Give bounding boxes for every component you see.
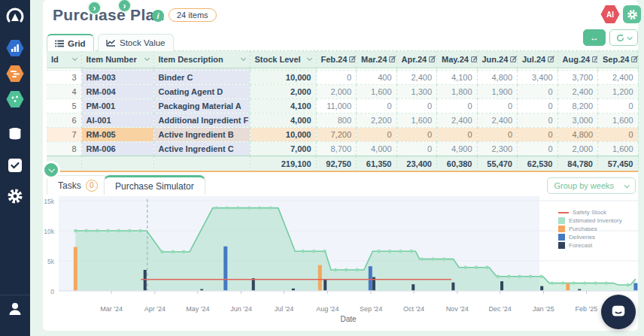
cell-month-value[interactable]: 8,700	[316, 141, 357, 156]
cell-month-value[interactable]: 8,200	[557, 98, 598, 113]
cell-item-number[interactable]: RM-004	[81, 84, 153, 98]
cell-month-value[interactable]: 1,600	[357, 84, 397, 98]
chat-launcher-button[interactable]	[601, 295, 636, 329]
cell-month-value[interactable]: 0	[518, 141, 558, 156]
month-column-header[interactable]: Feb.24	[316, 51, 357, 68]
cell-id[interactable]: 6	[47, 113, 81, 127]
cell-item-description[interactable]: Additional Ingredient F	[153, 113, 250, 127]
cell-month-value[interactable]: 2,400	[477, 113, 518, 127]
cell-item-description[interactable]: Active Ingredient C	[153, 141, 250, 156]
tab-grid[interactable]: Grid	[47, 34, 94, 51]
month-column-header[interactable]: May.24	[437, 51, 478, 68]
cell-month-value[interactable]: 0	[396, 98, 437, 113]
expand-panel-button[interactable]: ›	[87, 1, 102, 15]
simulator-hexagon-icon[interactable]	[0, 90, 30, 108]
cell-month-value[interactable]: 3,700	[557, 70, 598, 84]
legend-item[interactable]: Safety Stock	[558, 208, 622, 216]
cell-month-value[interactable]: 0	[396, 141, 437, 156]
cell-id[interactable]: 3	[47, 70, 81, 84]
cell-month-value[interactable]: 0	[316, 70, 357, 84]
cell-month-value[interactable]: 2,400	[396, 70, 437, 84]
cell-month-value[interactable]: 0	[357, 127, 397, 141]
cell-item-number[interactable]: PM-001	[81, 98, 153, 113]
cell-month-value[interactable]: 4,900	[437, 141, 478, 156]
cell-month-value[interactable]: 1,900	[477, 84, 518, 98]
cell-month-value[interactable]: 1,300	[396, 84, 437, 98]
cell-month-value[interactable]: 2,200	[357, 113, 397, 127]
cell-month-value[interactable]: 0	[357, 98, 397, 113]
cell-stock-level[interactable]: 10,000	[250, 70, 316, 84]
month-column-header[interactable]: Sep.24	[598, 51, 639, 68]
cell-month-value[interactable]: 0	[518, 98, 558, 113]
collapse-section-button[interactable]	[42, 161, 60, 179]
group-by-select[interactable]: Group by weeks	[547, 177, 636, 194]
cell-month-value[interactable]: 800	[316, 113, 357, 127]
cell-id[interactable]: 5	[47, 98, 81, 113]
purchase-simulator-chart[interactable]	[59, 196, 638, 295]
month-column-header[interactable]: Mar.24	[357, 51, 397, 68]
tab-tasks[interactable]: Tasks 0	[47, 175, 109, 195]
cell-month-value[interactable]: 1,600	[598, 113, 639, 127]
cell-month-value[interactable]: 0	[518, 84, 558, 98]
cell-month-value[interactable]: 11,000	[316, 98, 357, 113]
expand-columns-button[interactable]: ↔	[583, 29, 606, 46]
cell-id[interactable]: 7	[47, 127, 81, 141]
cell-month-value[interactable]: 3,000	[557, 113, 598, 127]
cell-item-number[interactable]: AI-001	[81, 113, 153, 127]
planner-hexagon-icon[interactable]	[0, 65, 30, 83]
legend-item[interactable]: Deliveries	[558, 233, 622, 241]
cell-item-number[interactable]: RM-006	[81, 141, 153, 156]
cell-month-value[interactable]: 7,200	[316, 127, 357, 141]
cell-month-value[interactable]: 0	[598, 127, 639, 141]
cell-month-value[interactable]: 2,400	[557, 84, 598, 98]
cell-month-value[interactable]: 0	[598, 98, 639, 113]
cell-stock-level[interactable]: 7,000	[250, 141, 316, 156]
settings-gear-icon[interactable]	[0, 188, 30, 204]
cell-month-value[interactable]: 3,400	[518, 70, 558, 84]
cell-month-value[interactable]: 2,400	[437, 113, 478, 127]
cell-month-value[interactable]: 0	[477, 98, 518, 113]
cell-item-number[interactable]: RM-003	[81, 70, 153, 84]
legend-item[interactable]: Estimated Inventory	[558, 216, 622, 225]
cell-id[interactable]: 4	[47, 84, 81, 98]
cell-month-value[interactable]: 2,400	[598, 70, 639, 84]
month-column-header[interactable]: Jun.24	[477, 51, 518, 68]
month-column-header[interactable]: Aug.24	[557, 51, 598, 68]
cell-month-value[interactable]: 2,000	[557, 141, 598, 156]
cell-item-description[interactable]: Active Ingredient B	[153, 127, 250, 141]
month-column-header[interactable]: Apr.24	[396, 51, 437, 68]
cell-stock-level[interactable]: 4,100	[250, 98, 316, 113]
cell-id[interactable]: 8	[47, 141, 81, 156]
cell-month-value[interactable]: 1,800	[437, 84, 478, 98]
analytics-hexagon-icon[interactable]	[0, 39, 30, 57]
cell-month-value[interactable]: 0	[437, 127, 478, 141]
user-icon[interactable]	[0, 301, 30, 317]
cell-month-value[interactable]: 400	[357, 70, 397, 84]
column-header[interactable]: Item Description	[153, 51, 250, 68]
cell-month-value[interactable]: 0	[518, 113, 558, 127]
cell-month-value[interactable]: 4,800	[477, 70, 518, 84]
column-header[interactable]: Id	[47, 51, 81, 68]
app-logo-icon[interactable]	[0, 6, 30, 26]
cell-stock-level[interactable]: 10,000	[250, 127, 316, 141]
cell-item-number[interactable]: RM-005	[81, 127, 153, 141]
cell-month-value[interactable]: 0	[518, 127, 558, 141]
cell-month-value[interactable]: 0	[477, 127, 518, 141]
cell-month-value[interactable]: 0	[396, 127, 437, 141]
cell-month-value[interactable]: 2,000	[316, 84, 357, 98]
info-icon[interactable]: i	[152, 10, 164, 22]
column-header[interactable]: Item Number	[81, 51, 153, 68]
cell-month-value[interactable]: 1,200	[598, 84, 639, 98]
cell-item-description[interactable]: Packaging Material A	[153, 98, 250, 113]
cell-month-value[interactable]: 4,800	[557, 127, 598, 141]
month-column-header[interactable]: Jul.24	[518, 51, 558, 68]
cell-month-value[interactable]: 1,600	[598, 141, 639, 156]
database-icon[interactable]	[0, 126, 30, 143]
cell-item-description[interactable]: Coating Agent D	[153, 84, 250, 98]
cell-stock-level[interactable]: 4,000	[250, 113, 316, 127]
tab-stock-value[interactable]: Stock Value	[98, 34, 174, 51]
column-header[interactable]: Stock Level	[250, 51, 316, 68]
tab-purchase-simulator[interactable]: Purchase Simulator	[104, 175, 205, 195]
legend-item[interactable]: Forecast	[558, 241, 622, 250]
cell-stock-level[interactable]: 2,000	[250, 84, 316, 98]
